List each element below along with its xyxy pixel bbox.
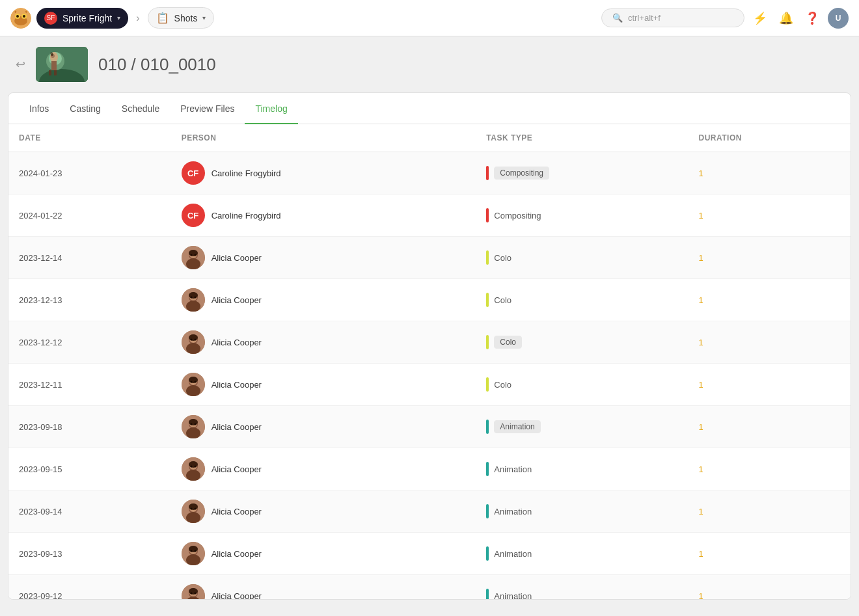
svg-point-27 bbox=[189, 292, 198, 299]
task-type-text: Animation bbox=[494, 507, 532, 516]
col-duration: DURATION bbox=[688, 124, 851, 152]
col-date: DATE bbox=[8, 124, 171, 152]
app-logo[interactable] bbox=[10, 8, 31, 29]
lightning-icon-button[interactable]: ⚡ bbox=[750, 8, 770, 29]
date-cell: 2023-12-11 bbox=[8, 364, 171, 406]
tab-infos[interactable]: Infos bbox=[19, 93, 59, 124]
duration-cell: 1 bbox=[688, 321, 851, 364]
duration-cell: 1 bbox=[688, 448, 851, 490]
person-name: Caroline Frogybird bbox=[211, 211, 281, 221]
notification-icon-button[interactable]: 🔔 bbox=[776, 8, 797, 29]
person-name: Alicia Cooper bbox=[211, 295, 262, 305]
svg-point-70 bbox=[190, 550, 192, 552]
help-icon-button[interactable]: ❓ bbox=[802, 8, 823, 29]
person-name: Alicia Cooper bbox=[211, 253, 262, 263]
task-color-bar bbox=[486, 462, 489, 476]
svg-point-49 bbox=[190, 423, 192, 425]
person-cell: CFCaroline Frogybird bbox=[171, 194, 476, 237]
shot-thumbnail bbox=[36, 47, 88, 82]
svg-point-41 bbox=[189, 377, 198, 383]
table-row: 2023-09-15 Alicia CooperAnimation1 bbox=[8, 448, 851, 490]
person-name: Alicia Cooper bbox=[211, 507, 262, 516]
main-content-card: Infos Casting Schedule Preview Files Tim… bbox=[8, 92, 851, 600]
svg-point-21 bbox=[190, 254, 192, 256]
svg-point-48 bbox=[189, 419, 198, 425]
user-avatar[interactable]: U bbox=[828, 8, 849, 29]
person-avatar: CF bbox=[182, 161, 205, 185]
date-cell: 2023-09-12 bbox=[8, 575, 171, 600]
task-type-cell: Animation bbox=[476, 533, 688, 575]
duration-cell: 1 bbox=[688, 237, 851, 279]
search-icon: 🔍 bbox=[612, 13, 623, 23]
person-name: Caroline Frogybird bbox=[211, 168, 281, 178]
table-row: 2023-12-11 Alicia CooperColo1 bbox=[8, 364, 851, 406]
person-avatar bbox=[182, 330, 205, 354]
section-name: Shots bbox=[174, 13, 198, 23]
table-row: 2023-09-12 Alicia CooperAnimation1 bbox=[8, 575, 851, 600]
task-type-text: Colo bbox=[494, 380, 511, 390]
project-icon: SF bbox=[44, 12, 57, 25]
tab-casting[interactable]: Casting bbox=[59, 93, 111, 124]
task-color-bar bbox=[486, 335, 489, 349]
date-cell: 2024-01-23 bbox=[8, 152, 171, 194]
task-type-cell: Animation bbox=[476, 490, 688, 533]
task-type-badge: Animation bbox=[494, 420, 540, 433]
task-color-bar bbox=[486, 250, 489, 265]
svg-point-42 bbox=[190, 381, 192, 383]
person-cell: Alicia Cooper bbox=[171, 364, 476, 406]
date-cell: 2023-09-13 bbox=[8, 533, 171, 575]
task-color-bar bbox=[486, 420, 489, 434]
person-name: Alicia Cooper bbox=[211, 380, 262, 390]
back-button[interactable]: ↩ bbox=[16, 57, 25, 72]
breadcrumb-separator: › bbox=[136, 12, 139, 24]
table-row: 2024-01-23CFCaroline FrogybirdCompositin… bbox=[8, 152, 851, 194]
person-name: Alicia Cooper bbox=[211, 591, 262, 600]
section-selector-button[interactable]: 📋 Shots ▾ bbox=[148, 7, 215, 29]
person-name: Alicia Cooper bbox=[211, 549, 262, 559]
task-type-badge: Compositing bbox=[494, 167, 549, 180]
tab-schedule[interactable]: Schedule bbox=[111, 93, 170, 124]
person-avatar bbox=[182, 373, 205, 396]
svg-rect-12 bbox=[51, 61, 57, 70]
date-cell: 2023-09-14 bbox=[8, 490, 171, 533]
svg-point-57 bbox=[194, 466, 196, 468]
date-cell: 2023-09-15 bbox=[8, 448, 171, 490]
svg-rect-14 bbox=[54, 70, 57, 75]
tab-preview-files[interactable]: Preview Files bbox=[170, 93, 245, 124]
tab-timelog[interactable]: Timelog bbox=[245, 93, 297, 124]
task-type-cell: Colo bbox=[476, 364, 688, 406]
task-color-bar bbox=[486, 166, 489, 180]
duration-cell: 1 bbox=[688, 194, 851, 237]
task-type-text: Colo bbox=[494, 295, 511, 305]
task-type-cell: Compositing bbox=[476, 152, 688, 194]
task-type-cell: Animation bbox=[476, 406, 688, 448]
person-cell: Alicia Cooper bbox=[171, 279, 476, 321]
person-cell: Alicia Cooper bbox=[171, 575, 476, 600]
person-cell: Alicia Cooper bbox=[171, 448, 476, 490]
task-type-text: Colo bbox=[494, 253, 511, 263]
project-selector-button[interactable]: SF Sprite Fright ▾ bbox=[36, 8, 128, 29]
svg-point-5 bbox=[23, 15, 25, 18]
table-row: 2023-12-12 Alicia CooperColo1 bbox=[8, 321, 851, 364]
person-cell: Alicia Cooper bbox=[171, 533, 476, 575]
task-color-bar bbox=[486, 208, 489, 222]
task-type-cell: Animation bbox=[476, 575, 688, 600]
project-name: Sprite Fright bbox=[62, 13, 112, 23]
task-type-cell: Colo bbox=[476, 237, 688, 279]
task-type-text: Compositing bbox=[494, 211, 541, 221]
section-icon: 📋 bbox=[156, 12, 169, 24]
global-search[interactable]: 🔍 ctrl+alt+f bbox=[601, 8, 744, 27]
timelog-table-container[interactable]: DATE PERSON TASK TYPE DURATION 2024-01-2… bbox=[8, 124, 851, 599]
svg-point-69 bbox=[189, 546, 198, 552]
person-cell: Alicia Cooper bbox=[171, 237, 476, 279]
table-row: 2023-09-14 Alicia CooperAnimation1 bbox=[8, 490, 851, 533]
svg-point-35 bbox=[190, 339, 192, 341]
svg-point-29 bbox=[194, 297, 196, 299]
top-navigation: SF Sprite Fright ▾ › 📋 Shots ▾ 🔍 ctrl+al… bbox=[0, 0, 859, 36]
person-avatar bbox=[182, 246, 205, 269]
person-name: Alicia Cooper bbox=[211, 338, 262, 347]
table-row: 2023-12-14 Alicia CooperColo1 bbox=[8, 237, 851, 279]
svg-point-71 bbox=[194, 550, 196, 552]
person-avatar bbox=[182, 542, 205, 565]
project-chevron-icon: ▾ bbox=[117, 14, 120, 21]
